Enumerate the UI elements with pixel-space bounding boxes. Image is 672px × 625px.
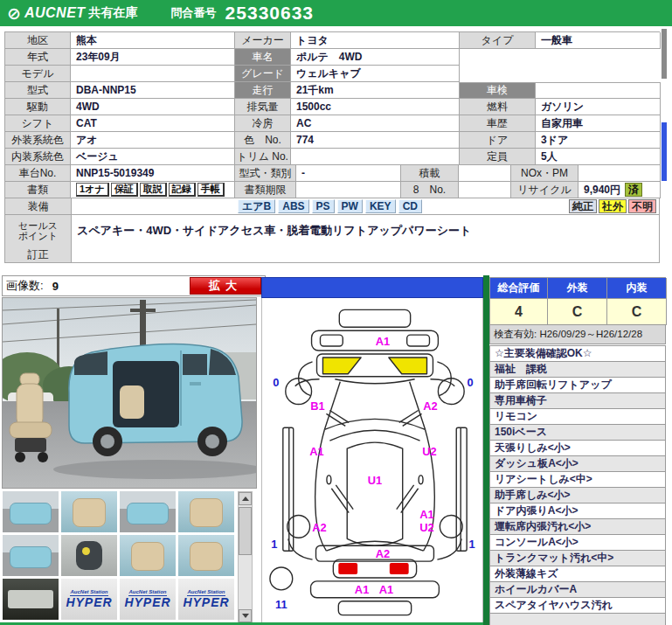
doc-badge-notebook: 手帳 (197, 183, 225, 197)
damage-mark: 1 (271, 538, 277, 551)
equipment-row: エアB ABS PS PW KEY CD 純正 社外 不明 (72, 198, 660, 215)
inspection-note: 専用車椅子 (489, 392, 666, 409)
photo-header: 画像数: 9 拡大 (2, 275, 266, 296)
exterior-color-label: 外装系統色 (5, 132, 71, 149)
scrollbar-fragment (662, 122, 667, 181)
nox-pm-value (578, 165, 661, 182)
damage-mark: A2 (312, 521, 326, 534)
car-top-view-diagram: A1 0 0 B1 A2 A1 U2 U1 A2 A1 U2 1 1 A2 A1… (262, 298, 482, 625)
maker-label: メーカー (235, 32, 291, 49)
inspection-validity: 検査有効: H26/09/29～H26/12/28 (489, 325, 666, 344)
damage-mark: A1 (419, 508, 433, 521)
inspection-note: トランクマット汚れ<中> (489, 550, 666, 566)
thumb-hyper-logo[interactable]: AucNet Station HYPER (120, 579, 176, 620)
damage-mark: 1 (469, 538, 475, 551)
legend-aftermarket: 社外 (599, 199, 627, 213)
g-no-value (459, 182, 511, 198)
thumb-lift-seat[interactable] (178, 491, 234, 532)
model-value (71, 66, 235, 82)
shaken-value (536, 82, 661, 99)
inspection-note: ドア内張りA<小> (489, 503, 666, 519)
sales-point-value: スペアキー・4WD・サイドアクセス車・脱着電動リフトアップパワーシート (72, 215, 660, 247)
legend-unknown: 不明 (628, 199, 656, 213)
damage-diagram: A1 0 0 B1 A2 A1 U2 U1 A2 A1 U2 1 1 A2 A1… (261, 298, 483, 625)
model-code-label: 型式 (5, 82, 71, 99)
inquiry-number-value: 25330633 (225, 3, 314, 24)
thumb-rear-seats[interactable] (120, 535, 176, 576)
thumb-hyper-logo[interactable]: AucNet Station HYPER (178, 579, 234, 620)
model-code-value: DBA-NNP15 (71, 82, 235, 99)
color-no-label: 色 No. (235, 132, 291, 149)
model-label: モデル (5, 66, 71, 82)
evaluation-panel: 総合評価 外装 内装 4 C C 検査有効: H26/09/29～H26/12/… (489, 277, 666, 625)
damage-mark: 11 (275, 598, 288, 611)
interior-color-value: ベージュ (71, 149, 235, 165)
scroll-down-button[interactable] (239, 609, 252, 622)
chassis-no-value: NNP15-5019349 (71, 165, 235, 182)
inspection-note: スペアタイヤハウス汚れ (489, 597, 666, 614)
mileage-label: 走行 (235, 82, 291, 99)
equip-badge-key: KEY (365, 199, 396, 213)
class-label: 型式・類別 (235, 165, 296, 182)
correction-label: 訂正 (5, 247, 72, 263)
empty-cell (460, 49, 536, 66)
thumbnail-grid: AucNet Station HYPER AucNet Station HYPE… (3, 491, 234, 622)
inspection-note: 外装薄線キズ (489, 566, 666, 582)
thumb-cargo-interior[interactable] (178, 535, 234, 576)
inquiry-number-label: 問合番号 (171, 5, 217, 21)
thumb-hyper-logo[interactable]: AucNet Station HYPER (61, 579, 117, 620)
thumb-car-side-lift[interactable] (3, 491, 59, 532)
arrow-up-icon (242, 497, 249, 501)
inspection-note: 助手席しみ<小> (489, 487, 666, 503)
scrollbar-fragment (662, 29, 667, 79)
equipment-label: 装備 (5, 198, 72, 215)
main-photo[interactable] (2, 297, 257, 489)
history-value: 自家用車 (536, 115, 661, 132)
year-value: 23年09月 (71, 49, 235, 66)
capacity-label: 定員 (460, 149, 536, 165)
scroll-up-button[interactable] (239, 492, 252, 505)
scrollbar-thumb[interactable] (239, 507, 252, 555)
interior-grade-value: C (607, 299, 667, 325)
photo-count-value: 9 (52, 280, 59, 293)
fuel-value: ガソリン (536, 99, 661, 115)
thumb-audio-unit[interactable] (3, 579, 59, 620)
thumbnail-scrollbar[interactable] (238, 491, 253, 623)
doc-badge-warranty: 保証 (111, 183, 138, 197)
thumb-car-front[interactable] (3, 535, 59, 576)
shift-value: CAT (71, 115, 235, 132)
chassis-no-label: 車台No. (5, 165, 71, 182)
inspection-notes-list: ☆主要装備確認OK☆ 福祉 課税 助手席回転リフトアップ 専用車椅子 リモコン … (489, 345, 666, 625)
trim-no-label: トリム No. (235, 149, 291, 165)
inspection-note: ダッシュ板A<小> (489, 455, 666, 472)
thumb-remote-keys[interactable] (61, 535, 117, 576)
load-label: 積載 (401, 165, 459, 182)
inspection-note: ホイールカバーA (489, 581, 666, 598)
region-value: 熊本 (71, 32, 235, 49)
sales-point-label-line1: セールス (18, 220, 58, 231)
equip-badge-cd: CD (398, 199, 422, 213)
fuel-label: 燃料 (460, 99, 536, 115)
enlarge-button[interactable]: 拡大 (190, 277, 261, 295)
overall-grade-value: 4 (490, 299, 548, 325)
class-value: - (296, 165, 401, 182)
damage-mark: U1 (368, 474, 382, 487)
thumb-car-rear[interactable] (120, 491, 176, 532)
shaken-label: 車検 (460, 82, 536, 99)
damage-mark: A1 (309, 445, 323, 458)
inspection-note: 運転席内張汚れ<小> (489, 518, 666, 535)
color-no-value: 774 (291, 132, 460, 149)
ac-label: 冷房 (235, 115, 291, 132)
aucnet-logo-icon: ⊘ (7, 5, 21, 22)
drive-label: 駆動 (5, 99, 71, 115)
inspection-note: リアシートしみ<中> (489, 471, 666, 488)
empty-cell (536, 66, 661, 82)
parts-legend: 純正 社外 不明 (567, 199, 656, 213)
equip-badge-ps: PS (312, 199, 335, 213)
equip-badge-pw: PW (337, 199, 363, 213)
inspection-note: 助手席回転リフトアップ (489, 377, 666, 393)
hyper-logo-text: HYPER (183, 596, 229, 609)
thumb-front-seats[interactable] (61, 491, 117, 532)
mileage-value: 21千km (291, 82, 460, 99)
aucnet-logo-text: AUCNET (24, 5, 86, 21)
